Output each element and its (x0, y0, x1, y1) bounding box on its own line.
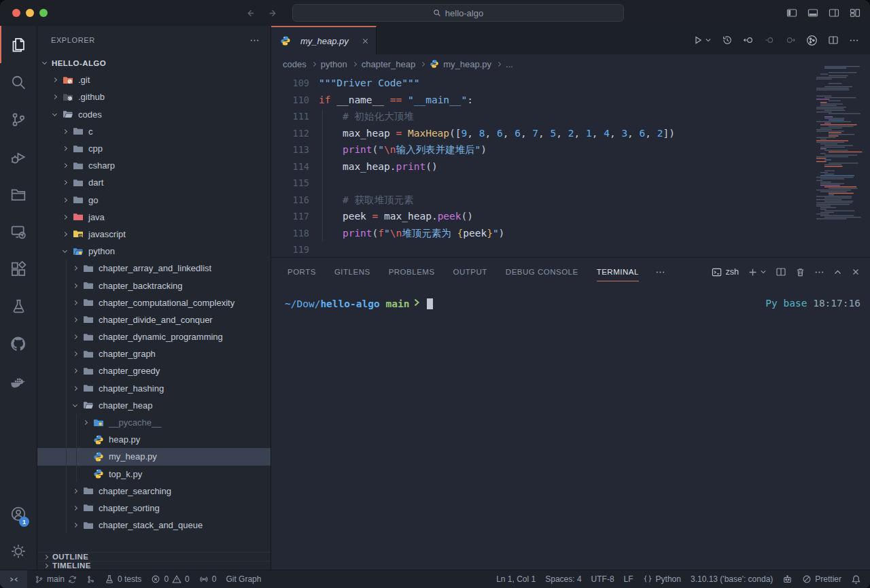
terminal[interactable]: ~/Dow/hello-algo main Py base 18:17:16 (271, 286, 870, 570)
close-window-button[interactable] (12, 9, 20, 17)
status-prettier[interactable]: Prettier (797, 570, 846, 588)
tree-item-top-k-py[interactable]: top_k.py (37, 466, 271, 483)
customize-layout-icon[interactable] (850, 7, 860, 18)
tree-item-my-heap-py[interactable]: my_heap.py (37, 448, 271, 465)
panel-tab-ports[interactable]: PORTS (288, 258, 316, 286)
tree-item-javascript[interactable]: JSjavascript (37, 226, 271, 243)
tree-item-hello-algo[interactable]: HELLO-ALGO (37, 54, 271, 71)
tree-item-java[interactable]: java (37, 209, 271, 226)
status-indentation[interactable]: Spaces: 4 (540, 570, 586, 588)
maximize-panel-icon[interactable] (833, 268, 842, 277)
minimap[interactable] (815, 64, 867, 227)
activity-item-explorer[interactable] (0, 26, 37, 63)
activity-item-settings[interactable] (0, 532, 37, 570)
status-tests[interactable]: 0 tests (100, 570, 146, 588)
tree-item-chapter-hashing[interactable]: chapter_hashing (37, 380, 271, 397)
code-line[interactable]: 115 (271, 175, 870, 192)
status-problems[interactable]: 00 (146, 570, 194, 588)
next-change-icon[interactable] (785, 35, 796, 46)
file-history-icon[interactable] (722, 35, 733, 46)
code-line[interactable]: 118 print(f"\n堆顶元素为 {peek}") (271, 225, 870, 242)
navigate-forward-icon[interactable] (267, 8, 277, 18)
breadcrumb-item[interactable]: chapter_heap (362, 59, 416, 69)
tree-item-chapter-heap[interactable]: chapter_heap (37, 397, 271, 414)
panel-tab-debug-console[interactable]: DEBUG CONSOLE (506, 258, 578, 286)
status-branch[interactable]: main (30, 570, 82, 588)
minimize-window-button[interactable] (26, 9, 34, 17)
status-notifications[interactable] (846, 570, 866, 588)
close-tab-icon[interactable] (361, 37, 370, 46)
status-encoding[interactable]: UTF-8 (587, 570, 619, 588)
tree-item-chapter-computational-complexity[interactable]: chapter_computational_complexity (37, 294, 271, 311)
breadcrumb-item[interactable]: my_heap.py (430, 58, 491, 69)
code-line[interactable]: 109"""Driver Code""" (271, 75, 870, 92)
activity-item-source-control[interactable] (0, 101, 37, 138)
panel-tab-output[interactable]: OUTPUT (453, 258, 487, 286)
code-line[interactable]: 112 max_heap = MaxHeap([9, 8, 6, 6, 7, 5… (271, 125, 870, 142)
activity-item-project-manager[interactable] (0, 175, 37, 213)
tab-my-heap[interactable]: my_heap.py (271, 26, 377, 54)
sidebar-section-timeline[interactable]: TIMELINE (37, 561, 271, 570)
activity-item-github[interactable] (0, 325, 37, 362)
status-eol[interactable]: LF (619, 570, 638, 588)
breadcrumb-item[interactable]: ... (506, 59, 513, 69)
activity-item-run-debug[interactable] (0, 138, 37, 175)
maximize-window-button[interactable] (39, 9, 48, 17)
tree-item-chapter-backtracking[interactable]: chapter_backtracking (37, 277, 271, 294)
panel-more-tabs-icon[interactable] (655, 258, 665, 286)
tree-item--github[interactable]: .github (37, 88, 271, 105)
code-line[interactable]: 116 # 获取堆顶元素 (271, 192, 870, 209)
command-center-search[interactable]: hello-algo (292, 4, 624, 22)
toggle-secondary-sidebar-icon[interactable] (829, 7, 839, 18)
run-python-file-button[interactable] (693, 35, 712, 46)
tree-item-heap-py[interactable]: heap.py (37, 431, 271, 448)
status-git-compare[interactable] (82, 570, 100, 588)
tree-item--git[interactable]: .git (37, 71, 271, 88)
breadcrumb-item[interactable]: python (321, 59, 347, 69)
editor-more-actions-icon[interactable] (849, 35, 859, 46)
split-terminal-icon[interactable] (776, 266, 786, 277)
status-cursor-position[interactable]: Ln 1, Col 1 (491, 570, 540, 588)
activity-item-testing[interactable] (0, 288, 37, 325)
panel-more-actions-icon[interactable] (814, 267, 824, 277)
tree-item-go[interactable]: go (37, 192, 271, 209)
sidebar-section-outline[interactable]: OUTLINE (37, 552, 271, 561)
kill-terminal-icon[interactable] (795, 267, 805, 277)
close-panel-icon[interactable] (851, 267, 860, 277)
panel-tab-problems[interactable]: PROBLEMS (389, 258, 435, 286)
code-line[interactable]: 113 print("\n输入列表并建堆后") (271, 141, 870, 158)
tree-item-chapter-graph[interactable]: chapter_graph (37, 345, 271, 362)
activity-item-search[interactable] (0, 63, 37, 101)
tree-item-chapter-greedy[interactable]: chapter_greedy (37, 362, 271, 379)
toggle-panel-icon[interactable] (807, 7, 818, 18)
tree-item-c[interactable]: c (37, 123, 271, 140)
code-line[interactable]: 110if __name__ == "__main__": (271, 92, 870, 109)
navigate-back-icon[interactable] (246, 8, 256, 18)
tree-item-dart[interactable]: dart (37, 174, 271, 191)
split-editor-icon[interactable] (828, 35, 839, 46)
tree-item-chapter-stack-and-queue[interactable]: chapter_stack_and_queue (37, 517, 271, 534)
activity-item-remote-explorer[interactable] (0, 213, 37, 250)
tree-item-chapter-searching[interactable]: chapter_searching (37, 483, 271, 500)
panel-tab-gitlens[interactable]: GITLENS (334, 258, 370, 286)
breadcrumb-item[interactable]: codes (283, 59, 307, 69)
activity-item-extensions[interactable] (0, 250, 37, 288)
tree-item-codes[interactable]: codes (37, 106, 271, 123)
activity-item-docker[interactable] (0, 362, 37, 400)
status-ports[interactable]: 0 (194, 570, 222, 588)
code-editor[interactable]: 109"""Driver Code"""110if __name__ == "_… (271, 73, 870, 257)
status-git-graph[interactable]: Git Graph (221, 570, 266, 588)
status-feedback[interactable] (778, 570, 797, 588)
tree-item-chapter-divide-and-conquer[interactable]: chapter_divide_and_conquer (37, 311, 271, 328)
code-line[interactable]: 119 (271, 241, 870, 258)
previous-revision-icon[interactable] (743, 35, 754, 46)
git-graph-icon[interactable] (806, 35, 818, 46)
tree-item-chapter-sorting[interactable]: chapter_sorting (37, 500, 271, 517)
tree-item-chapter-array-and-linkedlist[interactable]: chapter_array_and_linkedlist (37, 260, 271, 277)
explorer-more-actions-icon[interactable] (249, 35, 260, 46)
code-line[interactable]: 114 max_heap.print() (271, 158, 870, 175)
status-remote[interactable] (0, 570, 27, 588)
toggle-primary-sidebar-icon[interactable] (786, 7, 797, 18)
panel-tab-terminal[interactable]: TERMINAL (597, 258, 639, 286)
status-python-interpreter[interactable]: 3.10.13 ('base': conda) (686, 570, 778, 588)
